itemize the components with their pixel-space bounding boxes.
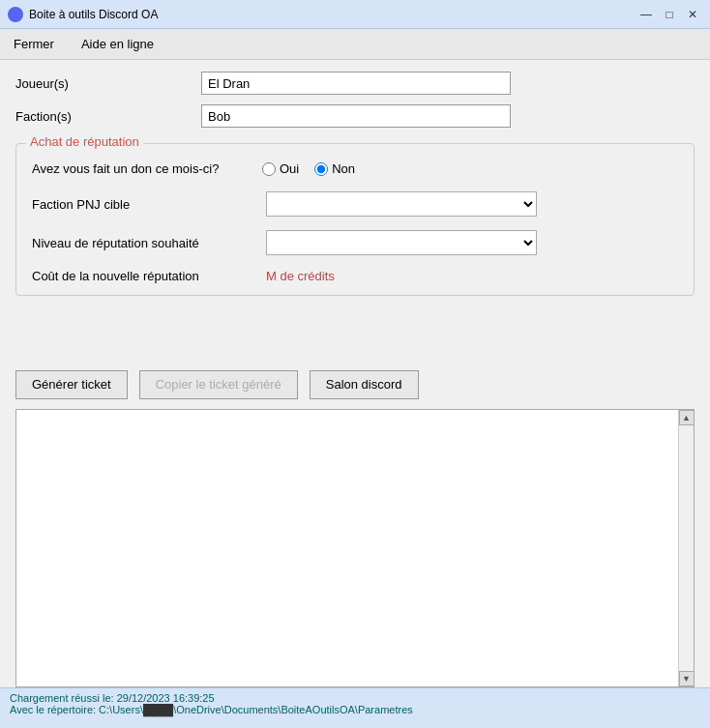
maximize-button[interactable]: □	[660, 5, 679, 24]
faction-input[interactable]	[201, 104, 511, 128]
faction-label: Faction(s)	[15, 109, 190, 124]
status-bar: Chargement réussi le: 29/12/2023 16:39:2…	[0, 687, 710, 728]
cout-row: Coût de la nouvelle réputation M de créd…	[32, 269, 678, 283]
faction-pnj-label: Faction PNJ cible	[32, 197, 254, 212]
close-button[interactable]: ✕	[683, 5, 702, 24]
radio-non-label: Non	[332, 161, 355, 176]
minimize-button[interactable]: —	[636, 5, 656, 24]
menu-bar: Fermer Aide en ligne	[0, 29, 710, 60]
joueur-input[interactable]	[201, 72, 511, 95]
status-line-2-hidden: ████	[143, 704, 173, 715]
title-bar-left: Boite à outils Discord OA	[8, 7, 158, 22]
section-title: Achat de réputation	[26, 134, 143, 149]
scrollbar-right[interactable]: ▲ ▼	[678, 410, 694, 687]
status-line-2: Avec le répertoire: C:\Users\████\OneDri…	[10, 704, 700, 715]
radio-oui-label: Oui	[280, 161, 299, 176]
menu-item-aide[interactable]: Aide en ligne	[75, 35, 160, 53]
niveau-reputation-row: Niveau de réputation souhaité	[32, 230, 678, 255]
title-bar-controls: — □ ✕	[636, 5, 702, 24]
cout-label: Coût de la nouvelle réputation	[32, 269, 254, 283]
radio-non[interactable]	[314, 162, 328, 176]
status-line-2-suffix: \OneDrive\Documents\BoiteAOutilsOA\Param…	[173, 704, 413, 715]
radio-oui[interactable]	[262, 162, 276, 176]
achat-reputation-section: Achat de réputation Avez vous fait un do…	[15, 143, 695, 296]
don-row: Avez vous fait un don ce mois-ci? Oui No…	[32, 161, 678, 176]
buttons-row: Générer ticket Copier le ticket généré S…	[0, 361, 710, 409]
radio-group: Oui Non	[262, 161, 355, 176]
joueur-label: Joueur(s)	[15, 76, 190, 91]
app-icon	[8, 7, 23, 22]
status-line-2-prefix: Avec le répertoire: C:\Users\	[10, 704, 143, 715]
niveau-reputation-select[interactable]	[266, 230, 537, 255]
faction-row: Faction(s)	[15, 104, 695, 128]
copier-ticket-button[interactable]: Copier le ticket généré	[139, 370, 298, 399]
don-question: Avez vous fait un don ce mois-ci?	[32, 161, 254, 176]
faction-pnj-row: Faction PNJ cible	[32, 191, 678, 217]
scroll-down-arrow[interactable]: ▼	[679, 671, 695, 686]
title-bar-text: Boite à outils Discord OA	[29, 8, 158, 21]
output-area: ▲ ▼	[15, 409, 695, 688]
main-content: Joueur(s) Faction(s) Achat de réputation…	[0, 60, 710, 361]
title-bar: Boite à outils Discord OA — □ ✕	[0, 0, 710, 29]
salon-discord-button[interactable]: Salon discord	[310, 370, 419, 399]
faction-pnj-select[interactable]	[266, 191, 537, 217]
niveau-reputation-label: Niveau de réputation souhaité	[32, 236, 254, 250]
joueur-row: Joueur(s)	[15, 72, 695, 95]
status-line-1: Chargement réussi le: 29/12/2023 16:39:2…	[10, 692, 700, 704]
radio-oui-option[interactable]: Oui	[262, 161, 299, 176]
radio-non-option[interactable]: Non	[314, 161, 355, 176]
menu-item-fermer[interactable]: Fermer	[8, 35, 60, 53]
cout-value: M de crédits	[266, 269, 335, 283]
generer-ticket-button[interactable]: Générer ticket	[15, 370, 128, 399]
scroll-up-arrow[interactable]: ▲	[679, 410, 695, 425]
